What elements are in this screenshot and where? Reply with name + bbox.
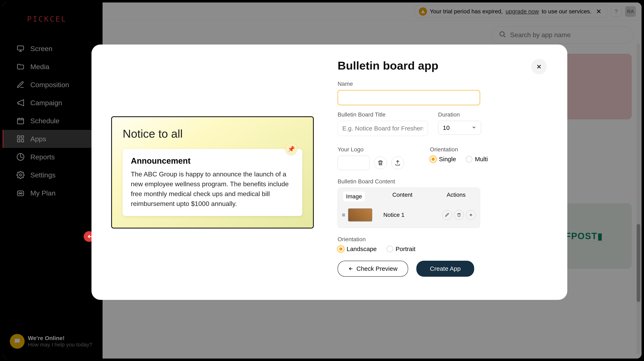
upload-logo-button[interactable] xyxy=(391,156,404,169)
name-label: Name xyxy=(338,80,547,87)
content-table: Image Content Actions ≡ Notice 1 xyxy=(338,188,480,228)
chevron-down-icon xyxy=(472,124,476,131)
col-actions: Actions xyxy=(438,192,474,202)
check-preview-button[interactable]: Check Preview xyxy=(338,261,408,277)
content-label: Bulletin Board Content xyxy=(338,178,547,185)
row-thumbnail[interactable] xyxy=(348,208,372,222)
radio-dot-icon xyxy=(338,246,344,252)
delete-row-button[interactable] xyxy=(454,210,464,220)
edit-row-button[interactable] xyxy=(442,210,452,220)
radio-multi[interactable]: Multi xyxy=(466,156,488,163)
radio-landscape[interactable]: Landscape xyxy=(338,246,377,252)
check-preview-label: Check Preview xyxy=(356,265,398,272)
modal-form-pane: Bulletin board app Name Bulletin Board T… xyxy=(334,44,567,300)
radio-label: Multi xyxy=(475,156,488,163)
radio-dot-icon xyxy=(386,246,393,252)
logo-label: Your Logo xyxy=(338,146,420,153)
delete-logo-button[interactable] xyxy=(374,156,387,169)
add-row-button[interactable] xyxy=(466,210,476,220)
orientation-mode-label: Orientation xyxy=(430,146,547,153)
close-button[interactable] xyxy=(531,59,547,74)
preview-title: Notice to all xyxy=(123,127,302,140)
drag-handle-icon[interactable]: ≡ xyxy=(342,212,345,218)
modal-preview-pane: Notice to all 📌 Announcement The ABC Gro… xyxy=(92,44,334,300)
radio-label: Landscape xyxy=(346,246,377,252)
orientation-label: Orientation xyxy=(338,236,547,243)
duration-value: 10 xyxy=(443,124,450,131)
col-image: Image xyxy=(343,192,365,202)
duration-label: Duration xyxy=(438,112,481,118)
bb-title-label: Bulletin Board Title xyxy=(338,112,428,118)
radio-dot-icon xyxy=(466,156,472,162)
radio-label: Single xyxy=(439,156,456,163)
announcement-heading: Announcement xyxy=(131,156,294,166)
pin-icon: 📌 xyxy=(286,143,297,155)
preview-card: Notice to all 📌 Announcement The ABC Gro… xyxy=(111,116,314,228)
modal-title: Bulletin board app xyxy=(338,59,438,72)
announcement-body: The ABC Group is happy to announce the l… xyxy=(131,169,294,208)
radio-label: Portrait xyxy=(396,246,416,252)
radio-single[interactable]: Single xyxy=(430,156,456,163)
duration-select[interactable]: 10 xyxy=(438,121,481,135)
col-content: Content xyxy=(392,192,438,202)
bb-title-input[interactable] xyxy=(338,121,428,136)
radio-dot-icon xyxy=(430,156,436,162)
radio-portrait[interactable]: Portrait xyxy=(386,246,416,252)
row-content: Notice 1 xyxy=(375,212,439,218)
name-input[interactable] xyxy=(338,90,480,105)
bulletin-modal: Notice to all 📌 Announcement The ABC Gro… xyxy=(92,44,567,300)
content-row: ≡ Notice 1 xyxy=(338,205,480,228)
create-app-button[interactable]: Create App xyxy=(416,261,474,277)
logo-slot[interactable] xyxy=(338,156,370,170)
announcement-box: 📌 Announcement The ABC Group is happy to… xyxy=(123,149,302,216)
